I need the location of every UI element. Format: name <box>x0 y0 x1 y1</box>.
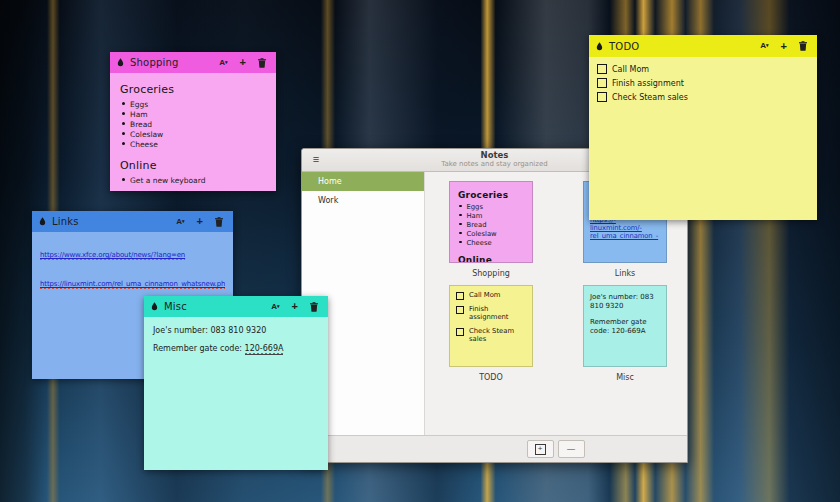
note-card-label: Links <box>583 269 667 278</box>
note-heading: Groceries <box>120 83 266 96</box>
delete-note-button[interactable] <box>255 52 269 73</box>
checkbox[interactable] <box>456 292 464 300</box>
new-note-button[interactable]: + <box>289 296 301 317</box>
bullet-item: Ham <box>122 110 266 119</box>
todo-label: Finish assignment <box>612 79 684 88</box>
sticky-shopping-header[interactable]: Shopping A▾ + <box>110 52 276 73</box>
sticky-misc-body[interactable]: Joe's number: 083 810 9320 Remember gate… <box>144 317 328 470</box>
delete-note-button[interactable] <box>212 211 226 232</box>
bullet-text: Cheese <box>130 140 158 149</box>
sidebar-item-home[interactable]: Home <box>302 172 424 191</box>
hyperlink-line: rel_uma_cinnamon_- <box>590 232 660 240</box>
note-card-slot: Joe's number: 083 810 9320Remember gate … <box>583 285 667 382</box>
font-icon: A▾ <box>176 218 184 226</box>
checkbox[interactable] <box>597 64 607 74</box>
link-line: https://www.xfce.org/about/news/?lang=en <box>40 242 225 261</box>
bullet-dot <box>459 214 462 217</box>
hyperlink[interactable]: https://linuxmint.com/rel_uma_cinnamon_w… <box>40 280 225 289</box>
sticky-note-todo: TODO A▾ + Call MomFinish assignmentCheck… <box>589 35 817 220</box>
link-line: https://linuxmint.com/rel_uma_cinnamon_w… <box>40 271 225 290</box>
note-card-slot: GroceriesEggsHamBreadColeslawCheeseOnlin… <box>449 181 533 278</box>
font-button[interactable]: A▾ <box>173 211 187 232</box>
sticky-shopping-body[interactable]: GroceriesEggsHamBreadColeslawCheeseOnlin… <box>110 73 276 191</box>
droplet-icon <box>596 42 603 51</box>
font-button[interactable]: A▾ <box>216 52 230 73</box>
note-text-line: Remember gate code: 120-669A <box>590 318 660 336</box>
todo-label: Check Steam sales <box>612 93 688 102</box>
bullet-item: Cheese <box>459 239 526 247</box>
bullet-dot <box>122 178 125 181</box>
todo-item: Check Steam sales <box>456 327 527 344</box>
sticky-note-misc: Misc A▾ + Joe's number: 083 810 9320 Rem… <box>144 296 328 470</box>
sticky-todo-body[interactable]: Call MomFinish assignmentCheck Steam sal… <box>589 57 817 220</box>
bullet-dot <box>122 112 125 115</box>
more-button[interactable]: — <box>558 440 585 458</box>
note-card-label: Shopping <box>449 269 533 278</box>
misc-line-gate-code: Remember gate code: 120-669A <box>153 344 319 353</box>
droplet-icon <box>117 58 124 67</box>
new-note-button[interactable]: + <box>527 440 554 458</box>
bullet-item: Bread <box>122 120 266 129</box>
bullet-dot <box>459 223 462 226</box>
todo-item: Call Mom <box>597 64 809 74</box>
sticky-todo-header[interactable]: TODO A▾ + <box>589 35 817 57</box>
note-card-todo[interactable]: Call MomFinish assignmentCheck Steam sal… <box>449 285 533 367</box>
checkbox[interactable] <box>456 306 464 314</box>
delete-note-button[interactable] <box>307 296 321 317</box>
bullet-text: Ham <box>467 212 483 220</box>
plus-icon: + <box>240 57 246 68</box>
note-heading: Groceries <box>458 190 524 200</box>
bullet-item: Eggs <box>459 203 526 211</box>
todo-label: Check Steam sales <box>469 327 527 344</box>
plus-icon: + <box>197 216 203 227</box>
sticky-title: Misc <box>164 301 262 312</box>
checkbox[interactable] <box>597 78 607 88</box>
bullet-item: Ham <box>459 212 526 220</box>
new-note-button[interactable]: + <box>237 52 249 73</box>
todo-label: Call Mom <box>469 291 501 299</box>
note-card-misc[interactable]: Joe's number: 083 810 9320Remember gate … <box>583 285 667 367</box>
sticky-misc-header[interactable]: Misc A▾ + <box>144 296 328 317</box>
bullet-dot <box>459 241 462 244</box>
bullet-item: Coleslaw <box>122 130 266 139</box>
bullet-text: Coleslaw <box>130 130 163 139</box>
bullet-text: Bread <box>130 120 152 129</box>
bullet-text: Get a new keyboard <box>130 176 205 185</box>
delete-note-button[interactable] <box>796 35 810 57</box>
sticky-links-header[interactable]: Links A▾ + <box>32 211 233 232</box>
bullet-dot <box>122 142 125 145</box>
font-button[interactable]: A▾ <box>757 35 771 57</box>
bullet-dot <box>459 232 462 235</box>
font-icon: A▾ <box>219 59 227 67</box>
bullet-text: Eggs <box>467 203 483 211</box>
trash-icon <box>310 302 318 312</box>
droplet-icon <box>151 302 158 311</box>
add-note-icon: + <box>535 444 546 455</box>
plus-icon: + <box>292 301 298 312</box>
note-card-label: Misc <box>583 373 667 382</box>
hyperlink[interactable]: https://www.xfce.org/about/news/?lang=en <box>40 251 185 260</box>
todo-label: Call Mom <box>612 65 649 74</box>
hyperlink-line: linuxmint.com/- <box>590 224 660 232</box>
font-button[interactable]: A▾ <box>268 296 282 317</box>
sticky-title: Links <box>52 216 167 227</box>
todo-item: Finish assignment <box>456 305 527 322</box>
desktop: ≡ Notes Take notes and stay organized Ho… <box>0 0 840 502</box>
new-note-button[interactable]: + <box>194 211 206 232</box>
sidebar-item-work[interactable]: Work <box>302 191 424 210</box>
note-card-shopping[interactable]: GroceriesEggsHamBreadColeslawCheeseOnlin… <box>449 181 533 263</box>
new-note-button[interactable]: + <box>778 35 790 57</box>
checkbox[interactable] <box>597 92 607 102</box>
sticky-title: TODO <box>609 41 751 52</box>
action-bar: + — <box>302 435 687 462</box>
menu-button[interactable]: ≡ <box>308 152 324 167</box>
misc-line-phone: Joe's number: 083 810 9320 <box>153 326 319 335</box>
note-card-slot: Call MomFinish assignmentCheck Steam sal… <box>449 285 533 382</box>
bullet-text: Cheese <box>467 239 492 247</box>
bullet-text: Bread <box>467 221 487 229</box>
bullet-dot <box>122 122 125 125</box>
checkbox[interactable] <box>456 328 464 336</box>
bullet-text: Coleslaw <box>467 230 497 238</box>
note-heading: Online <box>458 255 524 263</box>
bullet-dot <box>122 132 125 135</box>
